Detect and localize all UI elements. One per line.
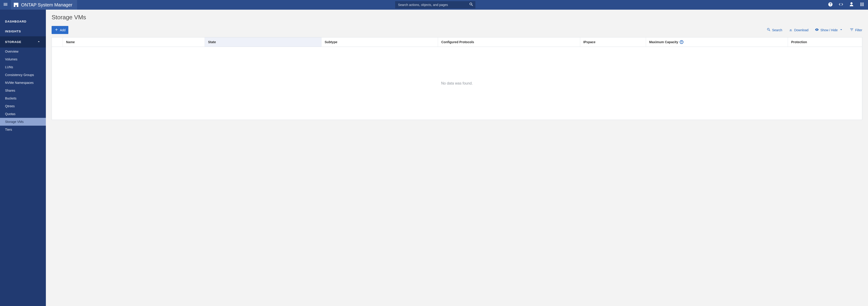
- column-select-all[interactable]: [52, 37, 63, 47]
- topbar-center: [77, 1, 826, 8]
- add-button[interactable]: Add: [52, 26, 68, 34]
- show-hide-label: Show / Hide: [820, 28, 837, 32]
- show-hide-button[interactable]: Show / Hide: [815, 28, 843, 32]
- sidebar-storage-children: Overview Volumes LUNs Consistency Groups…: [0, 48, 46, 134]
- search-icon: [469, 2, 473, 7]
- main-content: Storage VMs Add Search Download Show / H…: [46, 10, 868, 306]
- svg-rect-0: [14, 3, 16, 7]
- sidebar-item-label: Shares: [5, 89, 15, 92]
- column-label: Protection: [791, 40, 807, 44]
- table-search-button[interactable]: Search: [767, 28, 782, 32]
- user-icon: [849, 2, 854, 8]
- table-header-row: Name State Subtype Configured Protocols …: [52, 37, 862, 47]
- help-icon[interactable]: ?: [680, 40, 683, 44]
- sidebar-item-storage-vms[interactable]: Storage VMs: [0, 118, 46, 126]
- filter-icon: [850, 28, 854, 32]
- sidebar-item-label: Buckets: [5, 96, 17, 100]
- filter-label: Filter: [855, 28, 862, 32]
- sidebar-item-overview[interactable]: Overview: [0, 48, 46, 55]
- hamburger-menu-button[interactable]: [0, 0, 11, 10]
- sidebar-item-label: Quotas: [5, 112, 16, 116]
- sidebar-item-label: Storage VMs: [5, 120, 24, 123]
- download-icon: [789, 28, 793, 32]
- filter-button[interactable]: Filter: [850, 28, 862, 32]
- user-menu-button[interactable]: [849, 2, 854, 7]
- global-search-input[interactable]: [398, 3, 469, 7]
- sidebar-item-buckets[interactable]: Buckets: [0, 94, 46, 102]
- topbar-actions: [826, 2, 868, 7]
- global-search[interactable]: [395, 1, 475, 8]
- column-label: Name: [66, 40, 75, 44]
- apps-grid-icon: [860, 2, 865, 8]
- sidebar-item-volumes[interactable]: Volumes: [0, 55, 46, 63]
- sidebar-item-label: LUNs: [5, 65, 13, 69]
- eye-icon: [815, 28, 819, 32]
- column-header-name[interactable]: Name: [63, 37, 205, 47]
- sidebar-item-label: Tiers: [5, 128, 12, 131]
- search-icon: [767, 28, 771, 32]
- column-label: IPspace: [583, 40, 595, 44]
- brand-area: ONTAP System Manager: [11, 0, 77, 10]
- column-header-configured-protocols[interactable]: Configured Protocols: [438, 37, 580, 47]
- code-icon: [838, 2, 843, 8]
- table-empty-state: No data was found.: [52, 47, 862, 120]
- top-bar: ONTAP System Manager: [0, 0, 868, 10]
- chevron-up-icon: [37, 39, 41, 44]
- sidebar-item-label: Overview: [5, 50, 18, 53]
- sidebar-item-label: Volumes: [5, 57, 18, 61]
- sidebar-item-label: Consistency Groups: [5, 73, 34, 77]
- sidebar-item-label: Storage: [5, 40, 21, 44]
- page-toolbar: Add Search Download Show / Hide Filter: [52, 26, 862, 34]
- download-label: Download: [794, 28, 808, 32]
- sidebar-item-consistency-groups[interactable]: Consistency Groups: [0, 71, 46, 79]
- column-label: Subtype: [325, 40, 337, 44]
- plus-icon: [54, 28, 59, 32]
- netapp-logo-icon: [13, 2, 19, 7]
- search-label: Search: [772, 28, 782, 32]
- sidebar-item-nvme-namespaces[interactable]: NVMe Namespaces: [0, 79, 46, 87]
- help-button[interactable]: [828, 2, 833, 7]
- product-name: ONTAP System Manager: [21, 2, 72, 7]
- column-header-maximum-capacity[interactable]: Maximum Capacity ?: [646, 37, 788, 47]
- sidebar-item-shares[interactable]: Shares: [0, 87, 46, 94]
- sidebar-item-label: Dashboard: [5, 20, 27, 23]
- column-label: State: [208, 40, 216, 44]
- api-button[interactable]: [838, 2, 844, 7]
- svg-rect-2: [16, 3, 17, 5]
- chevron-down-icon: [839, 28, 843, 32]
- empty-message: No data was found.: [441, 81, 473, 85]
- sidebar-item-qtrees[interactable]: Qtrees: [0, 102, 46, 110]
- sidebar-item-tiers[interactable]: Tiers: [0, 126, 46, 134]
- column-label: Configured Protocols: [441, 40, 474, 44]
- storage-vms-table: Name State Subtype Configured Protocols …: [52, 37, 862, 120]
- add-button-label: Add: [60, 28, 66, 32]
- column-header-subtype[interactable]: Subtype: [321, 37, 438, 47]
- page-title: Storage VMs: [52, 14, 862, 21]
- svg-rect-1: [17, 3, 18, 7]
- sidebar: Dashboard Insights Storage Overview Volu…: [0, 10, 46, 306]
- sidebar-item-luns[interactable]: LUNs: [0, 63, 46, 71]
- download-button[interactable]: Download: [789, 28, 808, 32]
- sidebar-item-label: Qtrees: [5, 104, 15, 108]
- sidebar-item-quotas[interactable]: Quotas: [0, 110, 46, 118]
- hamburger-icon: [3, 2, 8, 8]
- column-header-state[interactable]: State: [205, 37, 321, 47]
- sidebar-item-label: Insights: [5, 30, 21, 33]
- sidebar-item-label: NVMe Namespaces: [5, 81, 34, 85]
- apps-button[interactable]: [859, 2, 865, 7]
- body: Dashboard Insights Storage Overview Volu…: [0, 10, 868, 306]
- sidebar-item-dashboard[interactable]: Dashboard: [0, 17, 46, 26]
- column-header-ipspace[interactable]: IPspace: [580, 37, 646, 47]
- column-header-protection[interactable]: Protection: [788, 37, 862, 47]
- column-label: Maximum Capacity: [649, 40, 678, 44]
- sidebar-item-storage[interactable]: Storage: [0, 36, 46, 48]
- help-icon: [828, 2, 833, 8]
- sidebar-item-insights[interactable]: Insights: [0, 26, 46, 36]
